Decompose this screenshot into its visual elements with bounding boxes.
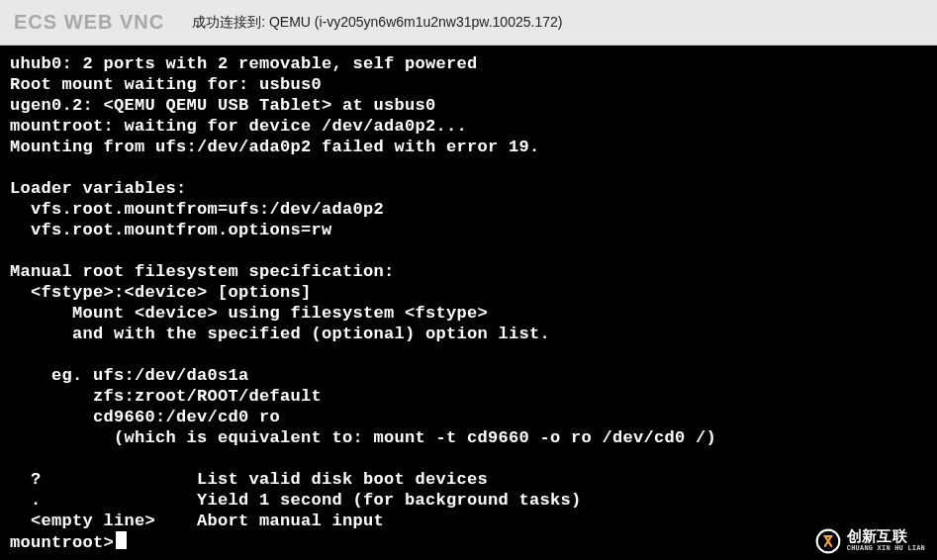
connection-status: 成功连接到: QEMU (i-vy205yn6w6m1u2nw31pw.1002… xyxy=(192,14,562,32)
terminal-prompt: mountroot> xyxy=(10,533,114,552)
watermark-text-cn: 创新互联 xyxy=(847,530,925,545)
terminal-screen[interactable]: uhub0: 2 ports with 2 removable, self po… xyxy=(0,46,937,560)
app-title: ECS WEB VNC xyxy=(14,11,164,34)
watermark-text-en: CHUANG XIN HU LIAN xyxy=(847,545,925,552)
watermark-logo-icon xyxy=(815,528,841,554)
header-bar: ECS WEB VNC 成功连接到: QEMU (i-vy205yn6w6m1u… xyxy=(0,0,937,46)
terminal-output: uhub0: 2 ports with 2 removable, self po… xyxy=(10,53,927,531)
cursor-block xyxy=(116,531,127,549)
watermark: 创新互联 CHUANG XIN HU LIAN xyxy=(815,528,925,554)
